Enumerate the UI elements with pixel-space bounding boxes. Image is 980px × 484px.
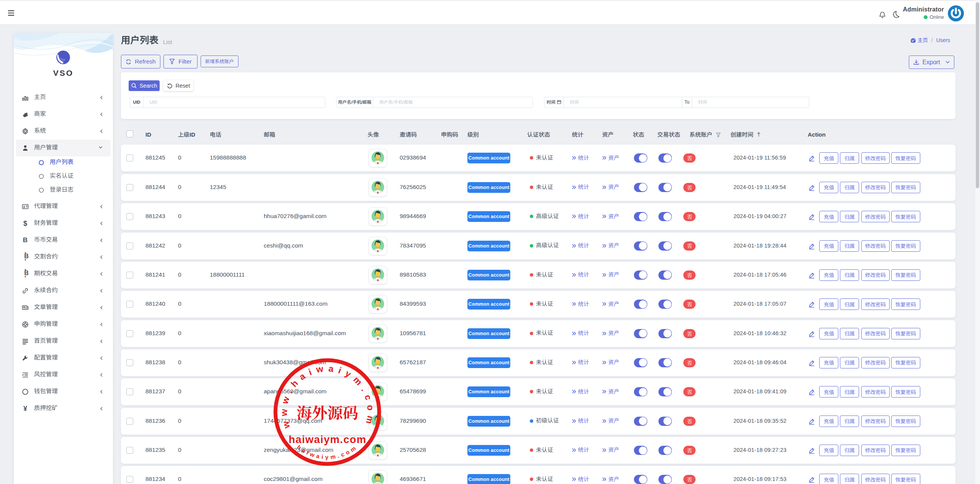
svg-text:haiwaiym.com: haiwaiym.com <box>289 433 366 445</box>
